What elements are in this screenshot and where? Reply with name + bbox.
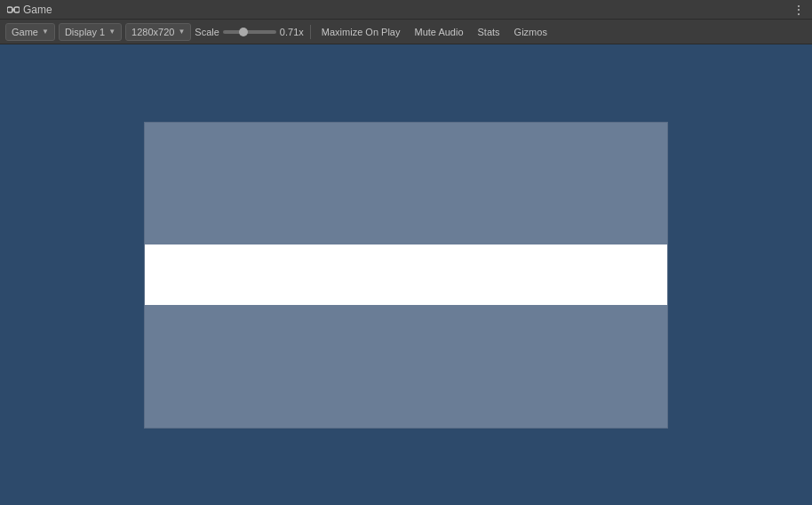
game-dropdown[interactable]: Game ▼ xyxy=(5,23,55,41)
display-dropdown-label: Display 1 xyxy=(65,27,105,37)
mute-audio-button[interactable]: Mute Audio xyxy=(409,23,468,41)
display-dropdown-arrow: ▼ xyxy=(108,28,115,36)
game-icon xyxy=(7,4,20,16)
scale-label: Scale xyxy=(195,27,219,37)
toolbar-divider-1 xyxy=(310,25,311,39)
scale-control: Scale 0.71x xyxy=(195,27,305,37)
resolution-dropdown[interactable]: 1280x720 ▼ xyxy=(125,23,191,41)
game-dropdown-label: Game xyxy=(12,27,38,37)
resolution-dropdown-label: 1280x720 xyxy=(131,27,174,37)
scale-slider[interactable] xyxy=(223,30,276,34)
more-options-button[interactable]: ⋮ xyxy=(792,3,805,17)
game-dropdown-arrow: ▼ xyxy=(42,28,49,36)
window-title: Game xyxy=(23,4,52,16)
toolbar: Game ▼ Display 1 ▼ 1280x720 ▼ Scale 0.71… xyxy=(0,20,812,44)
stats-button[interactable]: Stats xyxy=(473,23,506,41)
resolution-dropdown-arrow: ▼ xyxy=(178,28,185,36)
maximize-on-play-button[interactable]: Maximize On Play xyxy=(316,23,406,41)
scale-value: 0.71x xyxy=(280,27,305,37)
gizmos-button[interactable]: Gizmos xyxy=(509,23,553,41)
white-stripe xyxy=(145,244,667,305)
game-view xyxy=(0,44,812,505)
game-canvas xyxy=(144,122,668,429)
display-dropdown[interactable]: Display 1 ▼ xyxy=(59,23,122,41)
title-bar: Game ⋮ xyxy=(0,0,812,20)
